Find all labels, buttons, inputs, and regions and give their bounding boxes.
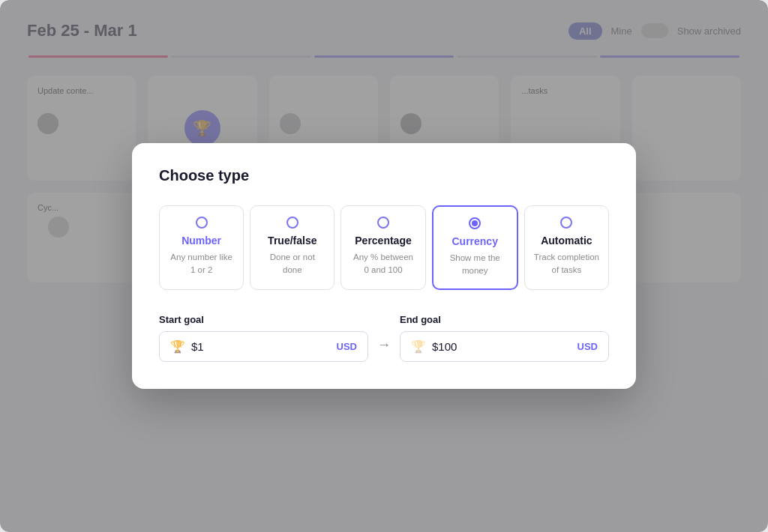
start-currency-label: USD	[337, 341, 357, 352]
type-name-number: Number	[182, 235, 221, 247]
start-trophy-icon: 🏆	[170, 339, 185, 354]
type-desc-automatic: Track completion of tasks	[534, 251, 599, 275]
start-goal-field: Start goal 🏆 USD	[159, 314, 368, 362]
type-name-currency: Currency	[452, 235, 497, 247]
end-goal-field: End goal 🏆 USD	[400, 314, 609, 362]
type-radio-automatic	[560, 217, 572, 229]
type-name-truefalse: True/false	[268, 235, 316, 247]
modal-overlay: Choose type Number Any number like 1 or …	[0, 0, 768, 532]
modal-title: Choose type	[159, 167, 609, 184]
type-options-container: Number Any number like 1 or 2 True/false…	[159, 205, 609, 289]
type-radio-number	[196, 217, 208, 229]
start-goal-label: Start goal	[159, 314, 368, 325]
end-goal-label: End goal	[400, 314, 609, 325]
modal: Choose type Number Any number like 1 or …	[132, 143, 636, 388]
type-option-currency[interactable]: Currency Show me the money	[432, 205, 518, 289]
end-currency-label: USD	[578, 341, 598, 352]
type-desc-percentage: Any % between 0 and 100	[350, 251, 416, 275]
start-goal-input[interactable]	[191, 340, 337, 353]
app-backdrop: Feb 25 - Mar 1 All Mine Show archived Up…	[0, 0, 768, 532]
type-option-truefalse[interactable]: True/false Done or not done	[250, 205, 334, 289]
end-trophy-icon: 🏆	[411, 339, 426, 354]
end-goal-input-wrapper: 🏆 USD	[400, 331, 609, 362]
type-name-automatic: Automatic	[541, 235, 592, 247]
type-desc-currency: Show me the money	[442, 252, 508, 276]
type-option-percentage[interactable]: Percentage Any % between 0 and 100	[340, 205, 425, 289]
type-name-percentage: Percentage	[355, 235, 411, 247]
type-option-number[interactable]: Number Any number like 1 or 2	[159, 205, 244, 289]
goal-section: Start goal 🏆 USD → End goal 🏆 USD	[159, 314, 609, 362]
start-goal-input-wrapper: 🏆 USD	[159, 331, 368, 362]
goal-arrow: →	[377, 337, 391, 353]
type-option-automatic[interactable]: Automatic Track completion of tasks	[524, 205, 609, 289]
type-radio-currency	[469, 217, 481, 229]
end-goal-input[interactable]	[432, 340, 578, 353]
type-radio-percentage	[377, 217, 389, 229]
type-desc-truefalse: Done or not done	[260, 251, 325, 275]
type-radio-truefalse	[286, 217, 298, 229]
type-desc-number: Any number like 1 or 2	[169, 251, 234, 275]
